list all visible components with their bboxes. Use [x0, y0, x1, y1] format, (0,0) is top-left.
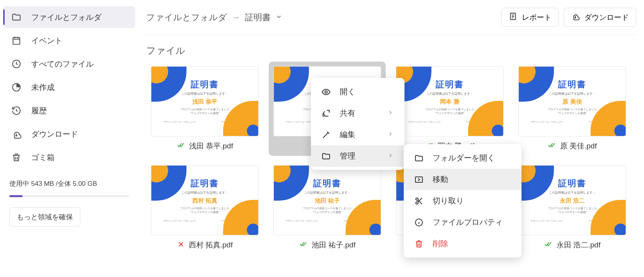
sidebar-item-all-files[interactable]: すべてのファイル	[3, 53, 135, 75]
file-thumbnail: 証明書 この証明書は以下を証明します： 原 美佳 プログラムの実践コースを修了し…	[518, 66, 626, 136]
breadcrumb-arrow-icon: →	[232, 12, 240, 23]
chevron-right-icon	[387, 109, 394, 118]
file-name-row: 西村 拓真.pdf	[151, 240, 259, 250]
ctx-icon	[321, 108, 331, 118]
file-name: 永田 浩二.pdf	[557, 240, 601, 250]
top-actions: レポート ダウンロード	[501, 8, 636, 27]
ctx-icon	[414, 153, 424, 163]
ctx-label: 削除	[433, 238, 448, 249]
context-menu-manage: フォルダーを開く移動切り取りファイルプロパティ削除	[404, 144, 522, 258]
trash-icon	[11, 152, 22, 163]
sidebar: ファイルとフォルダ イベント すべてのファイル 未作成 履歴 ダウンロード ゴミ…	[0, 0, 138, 277]
ctx-label: 切り取り	[433, 196, 464, 206]
sidebar-item-events[interactable]: イベント	[3, 30, 135, 51]
sidebar-item-history[interactable]: 履歴	[3, 100, 135, 122]
storage-more-button[interactable]: もっと領域を確保	[9, 207, 80, 227]
file-card[interactable]: 証明書 この証明書は以下を証明します： 浅田 恭平 プログラムの実践コースを修了…	[146, 62, 263, 156]
error-icon	[177, 240, 185, 250]
check-icon	[548, 142, 556, 151]
report-icon	[509, 12, 517, 23]
download-label: ダウンロード	[584, 12, 629, 23]
report-label: レポート	[522, 12, 552, 23]
ctx-item-properties[interactable]: ファイルプロパティ	[404, 212, 522, 233]
file-name: 原 美佳.pdf	[560, 141, 597, 151]
ctx-item-move[interactable]: 移動	[404, 169, 522, 190]
ctx-icon	[414, 196, 424, 206]
sidebar-item-download[interactable]: ダウンロード	[3, 123, 135, 145]
ctx-item-open-folder[interactable]: フォルダーを開く	[404, 147, 522, 169]
check-icon	[177, 142, 185, 151]
sidebar-item-uncreated[interactable]: 未作成	[3, 76, 135, 98]
sidebar-item-label: 履歴	[31, 106, 47, 116]
download-icon	[11, 129, 22, 139]
file-thumbnail: 証明書 この証明書は以下を証明します： 西村 拓真 プログラムの実践コースを修了…	[151, 165, 259, 235]
folder-icon	[11, 12, 22, 23]
ctx-icon	[414, 175, 424, 185]
ctx-icon	[321, 130, 331, 140]
sidebar-item-trash[interactable]: ゴミ箱	[3, 146, 135, 168]
calendar-icon	[11, 35, 22, 46]
download-icon	[571, 12, 580, 23]
breadcrumb: ファイルとフォルダ → 証明書	[146, 12, 282, 23]
ctx-label: 移動	[433, 174, 448, 185]
sidebar-item-label: ダウンロード	[31, 129, 78, 139]
file-card[interactable]: 証明書 この証明書は以下を証明します： 西村 拓真 プログラムの実践コースを修了…	[146, 161, 263, 255]
sidebar-item-label: すべてのファイル	[31, 59, 94, 69]
svg-point-4	[325, 91, 327, 93]
svg-rect-0	[13, 37, 20, 44]
file-name-row: 浅田 恭平.pdf	[151, 141, 259, 151]
breadcrumb-root[interactable]: ファイルとフォルダ	[146, 12, 227, 23]
ctx-item-delete[interactable]: 削除	[404, 233, 522, 254]
ctx-label: 管理	[340, 151, 355, 161]
section-title: ファイル	[146, 35, 636, 62]
context-menu-primary: 開く共有編集管理	[311, 78, 404, 170]
breadcrumb-current[interactable]: 証明書	[245, 12, 271, 23]
sidebar-item-label: ゴミ箱	[31, 152, 55, 163]
sidebar-item-files-folders[interactable]: ファイルとフォルダ	[3, 6, 135, 28]
file-name: 西村 拓真.pdf	[189, 240, 233, 250]
clock-icon	[11, 58, 22, 69]
ctx-item-open[interactable]: 開く	[311, 81, 404, 102]
ctx-label: ファイルプロパティ	[433, 217, 503, 228]
file-thumbnail: 証明書 この証明書は以下を証明します： 永田 浩二 プログラムの実践コースを修了…	[518, 165, 626, 235]
check-icon	[544, 241, 553, 250]
sidebar-item-label: 未作成	[31, 82, 55, 93]
download-button[interactable]: ダウンロード	[564, 8, 636, 27]
file-name: 池田 祐子.pdf	[312, 240, 356, 250]
topbar: ファイルとフォルダ → 証明書 レポート ダウンロード	[146, 0, 636, 35]
ctx-item-cut[interactable]: 切り取り	[404, 190, 522, 212]
ctx-icon	[321, 87, 331, 97]
file-thumbnail: 証明書 この証明書は以下を証明します： 岡本 勝 プログラムの実践コースを修了し…	[396, 66, 504, 136]
file-card[interactable]: 証明書 この証明書は以下を証明します： 永田 浩二 プログラムの実践コースを修了…	[514, 161, 631, 255]
ctx-label: 共有	[340, 108, 355, 118]
chevron-right-icon	[387, 152, 394, 161]
file-name-row: 永田 浩二.pdf	[518, 240, 626, 250]
file-thumbnail: 証明書 この証明書は以下を証明します： 池田 祐子 プログラムの実践コースを修了…	[273, 165, 381, 235]
storage-text: 使用中 543 MB /全体 5.00 GB	[9, 179, 129, 188]
file-name-row: 池田 祐子.pdf	[273, 240, 381, 250]
ctx-label: 編集	[340, 129, 355, 140]
ctx-icon	[321, 151, 331, 161]
report-button[interactable]: レポート	[501, 8, 559, 27]
file-card[interactable]: 証明書 この証明書は以下を証明します： 原 美佳 プログラムの実践コースを修了し…	[514, 62, 631, 156]
ctx-item-manage[interactable]: 管理	[311, 145, 404, 167]
chevron-down-icon[interactable]	[275, 12, 282, 23]
file-card[interactable]: 証明書 この証明書は以下を証明します： 池田 祐子 プログラムの実践コースを修了…	[269, 161, 386, 255]
file-card[interactable]: 証明書 この証明書は以下を証明します： 岡本 勝 プログラムの実践コースを修了し…	[391, 62, 508, 156]
file-name: 浅田 恭平.pdf	[189, 141, 233, 151]
sidebar-item-label: ファイルとフォルダ	[31, 12, 101, 23]
history-icon	[11, 105, 22, 116]
ctx-label: フォルダーを開く	[433, 153, 495, 163]
ctx-item-share[interactable]: 共有	[311, 102, 404, 124]
storage-bar	[9, 195, 129, 197]
sidebar-item-label: イベント	[31, 35, 62, 46]
file-thumbnail: 証明書 この証明書は以下を証明します： 浅田 恭平 プログラムの実践コースを修了…	[151, 66, 259, 136]
ctx-item-edit[interactable]: 編集	[311, 124, 404, 145]
chevron-right-icon	[387, 130, 394, 139]
ctx-label: 開く	[340, 86, 355, 97]
svg-rect-5	[415, 177, 422, 182]
file-name-row: 原 美佳.pdf	[518, 141, 626, 151]
ctx-icon	[414, 217, 424, 228]
ctx-icon	[414, 239, 424, 249]
check-icon	[299, 241, 308, 250]
